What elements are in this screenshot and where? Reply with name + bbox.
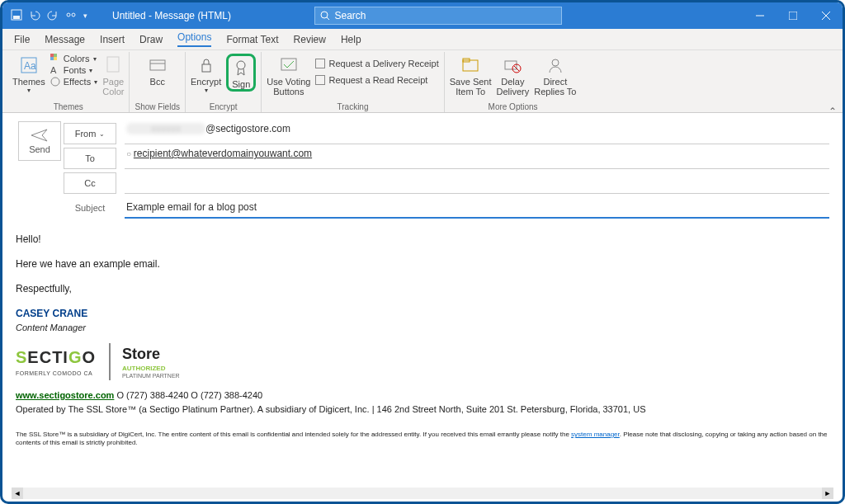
menu-options[interactable]: Options xyxy=(177,31,211,47)
horizontal-scrollbar[interactable]: ◄ ► xyxy=(12,488,833,499)
undo-icon[interactable] xyxy=(29,9,40,23)
group-tracking: Use Voting Buttons Request a Delivery Re… xyxy=(262,52,445,112)
svg-line-5 xyxy=(327,17,329,20)
sectigo-logo: SECTIGO xyxy=(16,345,96,370)
effects-button[interactable]: Effects▾ xyxy=(50,77,97,87)
direct-replies-button[interactable]: Direct Replies To xyxy=(534,54,576,97)
menu-review[interactable]: Review xyxy=(294,34,326,45)
svg-rect-7 xyxy=(789,12,797,20)
group-show-fields: Bcc Show Fields xyxy=(130,52,185,112)
svg-point-2 xyxy=(67,13,70,16)
sectigo-sub: FORMERLY COMODO CA xyxy=(16,370,96,379)
from-button[interactable]: From⌄ xyxy=(64,123,116,144)
body-line: Here we have an example email. xyxy=(16,257,829,271)
body-line: Hello! xyxy=(16,232,829,247)
subject-label: Subject xyxy=(64,203,116,213)
voting-icon xyxy=(278,54,300,77)
signature-title: Content Manager xyxy=(16,321,829,335)
save-icon[interactable] xyxy=(11,9,22,23)
fonts-button[interactable]: AFonts▾ xyxy=(50,65,97,75)
menu-message[interactable]: Message xyxy=(45,34,85,45)
ribbon-seal-icon xyxy=(230,56,252,79)
effects-icon xyxy=(50,77,60,87)
svg-point-4 xyxy=(321,12,328,18)
checkbox-icon xyxy=(315,75,325,85)
svg-rect-13 xyxy=(54,54,57,57)
body-line: Respectfully, xyxy=(16,281,829,296)
themes-button[interactable]: Aa Themes ▾ xyxy=(12,54,45,94)
delay-delivery-button[interactable]: Delay Delivery xyxy=(497,54,530,97)
subject-field[interactable] xyxy=(125,197,829,219)
read-receipt-checkbox[interactable]: Request a Read Receipt xyxy=(315,75,438,85)
menu-bar: File Message Insert Draw Options Format … xyxy=(2,29,843,50)
touch-icon[interactable] xyxy=(65,9,77,23)
encrypt-button[interactable]: Encrypt ▾ xyxy=(191,54,221,94)
minimize-button[interactable] xyxy=(744,2,777,29)
svg-point-29 xyxy=(552,59,559,66)
signature-url[interactable]: www.sectigostore.com xyxy=(16,390,114,400)
store-text: Store xyxy=(122,343,180,365)
scroll-right-icon[interactable]: ► xyxy=(822,488,833,499)
group-themes: Aa Themes ▾ Colors▾ AFonts▾ Effects▾ Pag… xyxy=(7,52,130,112)
from-field[interactable]: xxxxxx@sectigostore.com xyxy=(125,123,829,144)
send-button[interactable]: Send xyxy=(18,121,61,161)
svg-rect-19 xyxy=(150,60,165,70)
voting-button[interactable]: Use Voting Buttons xyxy=(267,54,310,97)
signature-logo: SECTIGO FORMERLY COMODO CA Store AUTHORI… xyxy=(16,343,829,381)
to-field[interactable]: ○ recipient@whateverdomainyouwant.com xyxy=(125,148,829,169)
email-body[interactable]: Hello! Here we have an example email. Re… xyxy=(2,220,843,459)
svg-rect-14 xyxy=(50,57,54,60)
menu-draw[interactable]: Draw xyxy=(139,34,163,45)
signature-operated: Operated by The SSL Store™ (a Sectigo Pl… xyxy=(16,403,829,417)
menu-insert[interactable]: Insert xyxy=(100,34,125,45)
collapse-ribbon-icon[interactable]: ⌃ xyxy=(828,106,837,117)
svg-rect-12 xyxy=(50,54,54,57)
svg-rect-21 xyxy=(202,64,210,72)
svg-rect-18 xyxy=(107,57,119,72)
search-placeholder: Search xyxy=(335,10,366,21)
maximize-button[interactable] xyxy=(777,2,810,29)
scroll-left-icon[interactable]: ◄ xyxy=(12,488,23,499)
send-icon xyxy=(31,128,49,143)
svg-rect-23 xyxy=(281,59,296,70)
page-color-button[interactable]: Page Color xyxy=(102,54,124,97)
compose-header: Send From⌄ xxxxxx@sectigostore.com To ○ … xyxy=(2,113,843,220)
folder-save-icon xyxy=(460,54,481,77)
signature-name: CASEY CRANE xyxy=(16,306,829,321)
menu-format-text[interactable]: Format Text xyxy=(226,34,278,45)
store-plat: PLATINUM PARTNER xyxy=(122,372,180,381)
page-color-icon xyxy=(102,54,124,77)
sign-button[interactable]: Sign xyxy=(226,54,256,92)
cc-button[interactable]: Cc xyxy=(64,172,116,194)
svg-point-17 xyxy=(51,78,59,86)
search-icon xyxy=(320,11,330,21)
person-reply-icon xyxy=(545,54,566,77)
search-box[interactable]: Search xyxy=(314,7,562,25)
system-manager-link[interactable]: system manager xyxy=(571,431,620,438)
themes-icon: Aa xyxy=(18,54,40,77)
to-button[interactable]: To xyxy=(64,148,116,169)
disclaimer: The SSL Store™ is a subsidiary of DigiCe… xyxy=(16,431,829,448)
title-bar: ▾ Untitled - Message (HTML) Search xyxy=(2,2,843,29)
signature-phones: O (727) 388-4240 O (727) 388-4240 xyxy=(114,390,262,400)
cc-field[interactable] xyxy=(125,172,829,194)
close-button[interactable] xyxy=(810,2,843,29)
svg-text:A: A xyxy=(50,65,57,75)
menu-help[interactable]: Help xyxy=(341,34,361,45)
delivery-receipt-checkbox[interactable]: Request a Delivery Receipt xyxy=(315,59,438,68)
svg-point-22 xyxy=(237,61,245,69)
svg-rect-15 xyxy=(54,57,57,60)
menu-file[interactable]: File xyxy=(14,34,30,45)
dropdown-icon[interactable]: ▾ xyxy=(83,12,87,20)
svg-text:Aa: Aa xyxy=(24,60,36,72)
bcc-button[interactable]: Bcc xyxy=(147,54,168,87)
save-sent-button[interactable]: Save Sent Item To xyxy=(450,54,492,97)
redo-icon[interactable] xyxy=(47,9,59,23)
svg-point-3 xyxy=(72,13,75,16)
bcc-icon xyxy=(147,54,168,77)
window-title: Untitled - Message (HTML) xyxy=(112,10,231,21)
colors-icon xyxy=(50,54,60,64)
delay-icon xyxy=(502,54,523,77)
ribbon: Aa Themes ▾ Colors▾ AFonts▾ Effects▾ Pag… xyxy=(2,50,843,113)
colors-button[interactable]: Colors▾ xyxy=(50,54,97,64)
